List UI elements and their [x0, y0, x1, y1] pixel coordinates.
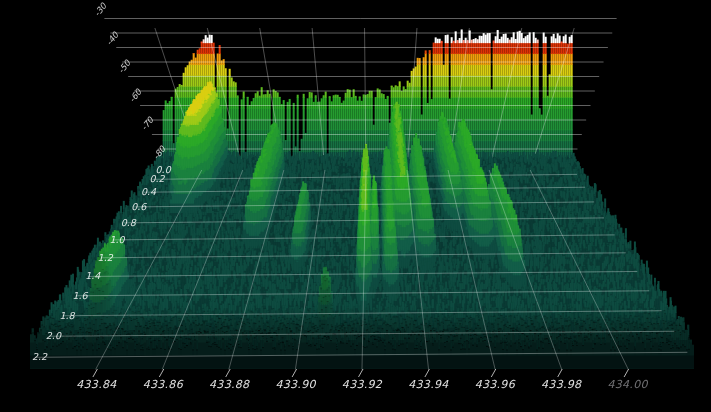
spectrogram-3d-view: 433.84433.86433.88433.90433.92433.94433.… — [0, 0, 711, 412]
spectrogram-3d-canvas[interactable] — [0, 0, 711, 412]
